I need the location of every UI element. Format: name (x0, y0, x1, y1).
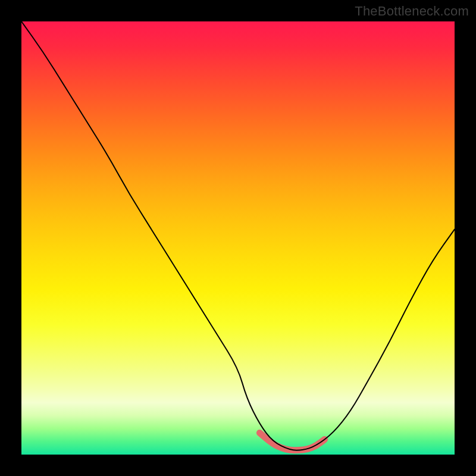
bottleneck-plot (21, 21, 455, 455)
chart-frame: TheBottleneck.com (0, 0, 476, 476)
watermark-text: TheBottleneck.com (355, 4, 469, 19)
bottleneck-curve-line (21, 21, 455, 450)
sweet-spot-line (259, 433, 324, 450)
